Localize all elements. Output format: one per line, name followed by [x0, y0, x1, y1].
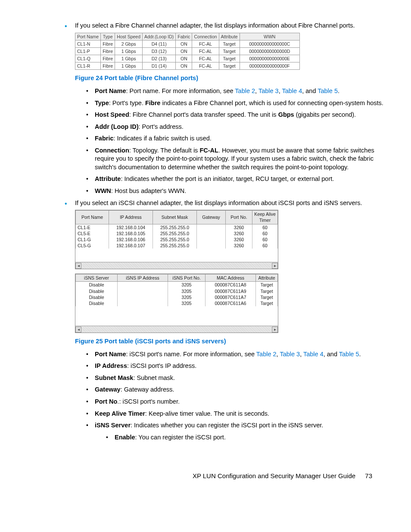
table-cell: 000000000000000D [240, 47, 299, 55]
term: WWN [95, 187, 111, 194]
page-footer: XP LUN Configuration and Security Manage… [26, 472, 385, 480]
table-cell [197, 243, 226, 249]
iscsi-intro-text: If you select an iSCSI channel adapter, … [75, 199, 362, 206]
table-cell: 000087C611A6 [206, 300, 256, 306]
link-table-4[interactable]: Table 4 [282, 87, 302, 94]
table-cell: 60 [252, 230, 278, 236]
table-cell [118, 288, 168, 294]
link-table-2[interactable]: Table 2 [256, 351, 277, 358]
term: iSNS Server [95, 422, 131, 429]
table-cell: 60 [252, 236, 278, 243]
def-port-name: Port Name: Port name. For more informati… [86, 87, 385, 96]
table-cell: 2 Gbps [115, 40, 143, 47]
text: , [300, 351, 303, 358]
table-cell: CL1-Q [75, 55, 101, 62]
text: : Indicates whether the port is an initi… [121, 175, 334, 182]
table-cell: 000000000000000C [240, 40, 299, 47]
th: IP Address [109, 211, 153, 224]
footer-title: XP LUN Configuration and Security Manage… [193, 472, 355, 479]
iscsi-intro-item: If you select an iSCSI channel adapter, … [65, 199, 385, 442]
table-cell: FC-AL [192, 40, 219, 47]
def-gateway: Gateway: Gateway address. [86, 386, 385, 394]
table-cell: Fibre [101, 47, 115, 55]
table-cell [118, 282, 168, 288]
fc-th: Attribute [219, 33, 240, 40]
text: : Host bus adapter's WWN. [111, 187, 186, 194]
th: Port No. [226, 211, 252, 224]
table-cell: CL1-P [75, 47, 101, 55]
text: : You can register the iSCSI port. [135, 434, 226, 441]
text: indicates a Fibre Channel port, which is… [160, 100, 383, 106]
fc-table-wrap: Port Name Type Host Speed Addr.(Loop ID)… [75, 33, 385, 70]
fc-th: Connection [192, 33, 219, 40]
table-cell: 3260 [226, 230, 252, 236]
table-cell: 3260 [226, 224, 252, 230]
def-connection: Connection: Topology. The default is FC-… [86, 146, 385, 172]
table-cell: Disable [76, 294, 118, 300]
iscsi-ports-box: Port Name IP Address Subnet Mask Gateway… [75, 210, 278, 269]
table-cell: Target [256, 294, 278, 300]
iscsi-port-table: Port Name IP Address Subnet Mask Gateway… [75, 210, 278, 249]
table-cell: 1 Gbps [115, 62, 143, 70]
scrollbar[interactable]: ◂ ▸ [75, 326, 278, 333]
text: , [255, 87, 258, 94]
scroll-left-icon[interactable]: ◂ [75, 327, 81, 333]
fc-th: Fabric [176, 33, 192, 40]
table-cell: FC-AL [192, 47, 219, 55]
fc-th: Addr.(Loop ID) [143, 33, 176, 40]
table-cell: ON [176, 55, 192, 62]
scroll-left-icon[interactable]: ◂ [75, 263, 81, 269]
table-cell: 255.255.255.0 [153, 236, 197, 243]
text: (gigabits per second). [294, 111, 356, 118]
table-cell: CL5-E [76, 230, 109, 236]
link-table-3[interactable]: Table 3 [280, 351, 300, 358]
term: Port Name [95, 87, 126, 94]
text: : iSCSI port's name. For more informatio… [126, 351, 256, 358]
table-cell: Target [219, 40, 240, 47]
table-cell: CL1-N [75, 40, 101, 47]
def-host-speed: Host Speed: Fibre Channel port's data tr… [86, 111, 385, 119]
term: Subnet Mask [95, 374, 133, 381]
table-cell: Target [256, 288, 278, 294]
link-table-5[interactable]: Table 5 [318, 87, 338, 94]
table-cell: ON [176, 62, 192, 70]
th: MAC Address [206, 274, 256, 282]
term: Port No [95, 398, 117, 405]
term: FC-AL [199, 147, 218, 154]
term: Host Speed [95, 111, 129, 118]
scroll-right-icon[interactable]: ▸ [272, 327, 278, 333]
term: Gbps [278, 111, 294, 118]
term: Enable [115, 434, 135, 441]
table-cell: Disable [76, 282, 118, 288]
table-cell: 000000000000000F [240, 62, 299, 70]
def-addr: Addr (Loop ID): Port's address. [86, 123, 385, 131]
table-cell: 3205 [168, 282, 206, 288]
fc-intro-text: If you select a Fibre Channel channel ad… [75, 22, 355, 29]
def-enable: Enable: You can register the iSCSI port. [106, 433, 385, 442]
fc-port-table: Port Name Type Host Speed Addr.(Loop ID)… [75, 33, 300, 70]
table-cell: 60 [252, 243, 278, 249]
text: : Subnet mask. [133, 374, 175, 381]
scroll-right-icon[interactable]: ▸ [272, 263, 278, 269]
def-port-no: Port No.: iSCSI port's number. [86, 398, 385, 406]
isns-table: iSNS Server iSNS IP Address iSNS Port No… [75, 274, 278, 306]
link-table-3[interactable]: Table 3 [258, 87, 279, 94]
def-subnet: Subnet Mask: Subnet mask. [86, 374, 385, 383]
scrollbar[interactable]: ◂ ▸ [75, 262, 278, 269]
term: Addr (Loop ID) [95, 123, 138, 130]
table-cell: Fibre [101, 62, 115, 70]
link-table-4[interactable]: Table 4 [303, 351, 324, 358]
term: IP Address [95, 362, 127, 369]
term: Gateway [95, 386, 121, 393]
table-cell: 000000000000000E [240, 55, 299, 62]
table-cell: Target [256, 282, 278, 288]
link-table-5[interactable]: Table 5 [339, 351, 359, 358]
text: , and [324, 351, 339, 358]
def-iscsi-port-name: Port Name: iSCSI port's name. For more i… [86, 350, 385, 359]
figure-24-caption: Figure 24 Port table (Fibre Channel port… [75, 74, 385, 83]
table-cell: 000087C611A9 [206, 288, 256, 294]
th: iSNS Server [76, 274, 118, 282]
term: Attribute [95, 175, 121, 182]
link-table-2[interactable]: Table 2 [235, 87, 255, 94]
fc-th: Type [101, 33, 115, 40]
